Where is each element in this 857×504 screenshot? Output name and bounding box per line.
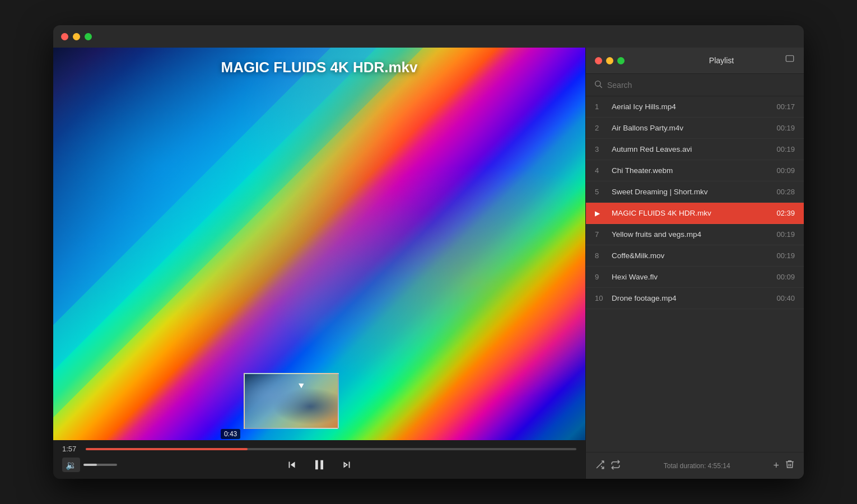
play-indicator: ▶: [595, 209, 606, 217]
chat-icon: [785, 54, 795, 64]
prev-icon: [286, 459, 298, 471]
video-background: MAGIC FLUIDS 4K HDR.mkv: [53, 48, 585, 440]
item-name: Autumn Red Leaves.avi: [612, 145, 770, 153]
search-icon: [594, 80, 603, 90]
playlist-header: Playlist: [586, 48, 804, 74]
item-number: 4: [595, 166, 606, 175]
playlist-item[interactable]: 8 Coffe&Milk.mov 00:19: [586, 245, 804, 267]
search-bar: [586, 74, 804, 96]
search-input[interactable]: [607, 81, 796, 90]
add-button[interactable]: +: [773, 460, 779, 472]
item-name: Yellow fruits and vegs.mp4: [612, 230, 770, 239]
playlist-traffic-lights: [595, 57, 625, 64]
minimize-button[interactable]: [73, 33, 80, 40]
item-duration: 02:39: [776, 209, 795, 217]
item-name: Coffe&Milk.mov: [612, 251, 770, 260]
search-icon-svg: [594, 80, 603, 88]
playlist-item[interactable]: 10 Drone footage.mp4 00:40: [586, 288, 804, 309]
app-window: MAGIC FLUIDS 4K HDR.mkv 0:43 1:57: [53, 25, 804, 479]
total-duration: Total duration: 4:55:14: [626, 462, 767, 470]
item-number: 1: [595, 102, 606, 111]
player-area: MAGIC FLUIDS 4K HDR.mkv 0:43 1:57: [53, 48, 585, 479]
delete-icon: [785, 459, 795, 469]
volume-slider[interactable]: [83, 464, 117, 466]
main-content: MAGIC FLUIDS 4K HDR.mkv 0:43 1:57: [53, 48, 804, 479]
item-number: 2: [595, 124, 606, 132]
item-duration: 00:40: [776, 294, 795, 302]
playlist-title: Playlist: [709, 56, 734, 65]
item-number: 10: [595, 294, 606, 302]
progress-bar-container: 1:57: [62, 445, 576, 453]
time-tooltip: 0:43: [221, 429, 240, 439]
item-duration: 00:28: [776, 188, 795, 196]
thumbnail-preview: [244, 373, 339, 429]
item-name: Chi Theater.webm: [612, 166, 770, 175]
item-number: 9: [595, 273, 606, 281]
volume-area: 🔉: [62, 458, 117, 472]
item-name: Air Ballons Party.m4v: [612, 124, 770, 132]
item-name: Drone footage.mp4: [612, 294, 770, 302]
item-duration: 00:19: [776, 230, 795, 239]
svg-point-1: [595, 81, 600, 86]
prev-button[interactable]: [286, 459, 298, 471]
close-button[interactable]: [61, 33, 68, 40]
maximize-button[interactable]: [85, 33, 92, 40]
playlist-item[interactable]: 3 Autumn Red Leaves.avi 00:19: [586, 139, 804, 160]
item-duration: 00:19: [776, 251, 795, 260]
playlist-item[interactable]: 1 Aerial Icy Hills.mp4 00:17: [586, 96, 804, 118]
item-number: 8: [595, 251, 606, 260]
item-duration: 00:09: [776, 166, 795, 175]
svg-rect-0: [786, 55, 794, 62]
item-name: Sweet Dreaming | Short.mkv: [612, 188, 770, 196]
playlist-item[interactable]: 9 Hexi Wave.flv 00:09: [586, 267, 804, 288]
item-duration: 00:19: [776, 124, 795, 132]
progress-fill: [86, 448, 248, 450]
playback-controls: [286, 457, 353, 473]
playlist-footer: Total duration: 4:55:14 +: [586, 452, 804, 479]
playlist-minimize-button[interactable]: [606, 57, 613, 64]
next-icon: [341, 459, 353, 471]
shuffle-icon: [595, 460, 605, 470]
volume-icon: 🔉: [66, 460, 77, 470]
current-time: 1:57: [62, 445, 80, 453]
playlist-close-button[interactable]: [595, 57, 602, 64]
pause-icon: [311, 457, 327, 473]
chat-icon-button[interactable]: [785, 54, 795, 67]
progress-area: 0:43 1:57: [62, 445, 576, 453]
next-button[interactable]: [341, 459, 353, 471]
title-bar: [53, 25, 804, 48]
playlist-items: 1 Aerial Icy Hills.mp4 00:17 2 Air Ballo…: [586, 96, 804, 452]
item-name: Aerial Icy Hills.mp4: [612, 102, 770, 111]
video-title: MAGIC FLUIDS 4K HDR.mkv: [53, 59, 585, 76]
svg-line-2: [600, 86, 602, 88]
playlist-item[interactable]: 4 Chi Theater.webm 00:09: [586, 160, 804, 181]
item-name: Hexi Wave.flv: [612, 273, 770, 281]
traffic-lights: [61, 33, 92, 40]
playlist-item[interactable]: 2 Air Ballons Party.m4v 00:19: [586, 118, 804, 139]
pause-button[interactable]: [311, 457, 327, 473]
repeat-icon: [611, 460, 621, 470]
delete-button[interactable]: [785, 459, 795, 472]
controls-row: 🔉: [62, 458, 576, 472]
playlist-item[interactable]: ▶ MAGIC FLUIDS 4K HDR.mkv 02:39: [586, 203, 804, 224]
playlist-item[interactable]: 5 Sweet Dreaming | Short.mkv 00:28: [586, 181, 804, 203]
playlist-item[interactable]: 7 Yellow fruits and vegs.mp4 00:19: [586, 224, 804, 245]
playlist-maximize-button[interactable]: [617, 57, 625, 64]
item-duration: 00:17: [776, 102, 795, 111]
progress-track[interactable]: [86, 448, 576, 450]
controls-bar: 0:43 1:57 🔉: [53, 440, 585, 479]
shuffle-button[interactable]: [595, 460, 605, 472]
item-name: MAGIC FLUIDS 4K HDR.mkv: [612, 209, 770, 217]
volume-button[interactable]: 🔉: [62, 458, 80, 472]
item-number: 7: [595, 230, 606, 239]
video-container[interactable]: MAGIC FLUIDS 4K HDR.mkv: [53, 48, 585, 440]
volume-fill: [83, 464, 97, 466]
item-duration: 00:09: [776, 273, 795, 281]
repeat-button[interactable]: [611, 460, 621, 472]
playlist-panel: Playlist 1: [585, 48, 804, 479]
item-duration: 00:19: [776, 145, 795, 153]
item-number: 5: [595, 188, 606, 196]
item-number: 3: [595, 145, 606, 153]
